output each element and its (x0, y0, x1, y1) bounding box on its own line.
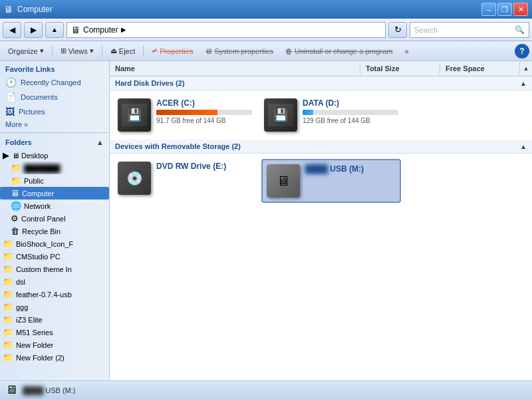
new-folder-2-label: New Folder (2) (16, 354, 65, 362)
dvd-drive-name: DVD RW Drive (E:) (156, 162, 252, 171)
col-header-total-size[interactable]: Total Size (360, 63, 440, 74)
tree-item-cmstudio[interactable]: 📁 CMStudio PC (0, 250, 109, 263)
scroll-arrow-up[interactable]: ▲ (520, 63, 532, 74)
tree-item-desktop[interactable]: ▶ 🖥 Desktop (0, 149, 109, 162)
new-folder-2-icon: 📁 (3, 352, 13, 362)
desktop-icon: ▶ (3, 150, 9, 160)
eject-button[interactable]: ⏏ Eject (105, 43, 140, 59)
tree-item-dsl[interactable]: 📁 dsl (0, 275, 109, 288)
more-label: More » (5, 120, 28, 128)
data-free-text: 129 GB free of 144 GB (303, 117, 398, 124)
properties-button[interactable]: ✔ Properties (146, 43, 198, 59)
dvd-drive-icon: 💿 (118, 162, 151, 195)
status-text: ████ USB (M:) (23, 386, 75, 394)
removable-section-header: Devices with Removable Storage (2) ▲ (110, 140, 532, 154)
tree-item-bioshock[interactable]: 📁 BioShock_Icon_F (0, 237, 109, 250)
drive-item-acer-c[interactable]: 💾 ACER (C:) 91.7 GB free of 144 GB (115, 96, 255, 134)
col-header-free-space[interactable]: Free Space (440, 63, 520, 74)
network-label: Network (24, 202, 51, 210)
data-progress-bar (303, 110, 398, 115)
sidebar-item-recently-changed[interactable]: 🕐 Recently Changed (0, 75, 109, 90)
acer-progress-bar (156, 110, 252, 115)
sidebar-item-documents[interactable]: 📄 Documents (0, 90, 109, 104)
views-label: Views (68, 47, 88, 55)
folders-collapse-icon[interactable]: ▲ (96, 138, 104, 146)
tree-item-recycle-bin[interactable]: 🗑 Recycle Bin (0, 225, 109, 237)
tree-item-network[interactable]: 🌐 Network (0, 200, 109, 212)
tree-item-new-folder-2[interactable]: 📁 New Folder (2) (0, 351, 109, 364)
tree-item-public[interactable]: 📁 Public (0, 174, 109, 187)
dsl-icon: 📁 (3, 277, 13, 287)
tree-item-custom-theme[interactable]: 📁 Custom theme In (0, 263, 109, 275)
drive-item-usb-m[interactable]: 🖥 ████ USB (M:) (261, 159, 401, 203)
public-label: Public (24, 177, 44, 185)
uninstall-icon: 🗑 (285, 47, 293, 55)
folders-header: Folders ▲ (0, 136, 109, 149)
search-icon: 🔍 (515, 25, 525, 35)
usb-icon: 🖥 (277, 174, 290, 189)
close-button[interactable]: ✕ (513, 3, 528, 16)
tree-item-m51series[interactable]: 📁 M51 Series (0, 326, 109, 338)
views-dropdown-icon: ▾ (90, 47, 94, 55)
properties-label: Properties (160, 47, 193, 55)
usb-drive-name: ████ USB (M:) (305, 164, 396, 174)
sidebar-item-pictures[interactable]: 🖼 Pictures (0, 104, 109, 119)
views-button[interactable]: ⊞ Views ▾ (55, 43, 99, 59)
more-link[interactable]: More » (0, 119, 109, 130)
ggg-icon: 📁 (3, 302, 13, 312)
system-properties-label: System properties (214, 47, 273, 55)
tree-item-new-folder[interactable]: 📁 New Folder (0, 338, 109, 351)
hard-disk-section-header: Hard Disk Drives (2) ▲ (110, 76, 532, 90)
usb-drive-info: ████ USB (M:) (305, 164, 396, 176)
toolbar-divider-2 (102, 45, 102, 57)
window-title: Computer (17, 5, 53, 14)
tree-item-user[interactable]: 📁 ███████ (0, 162, 109, 174)
acer-drive-icon: 💾 (118, 98, 151, 132)
hard-disk-collapse-icon[interactable]: ▲ (520, 80, 527, 87)
uninstall-button[interactable]: 🗑 Uninstall or change a program (280, 43, 398, 59)
properties-icon: ✔ (152, 47, 158, 55)
title-bar: 🖥 Computer – ❐ ✕ (0, 0, 532, 19)
status-icon: 🖥 (5, 383, 17, 397)
status-blurred: ████ (23, 386, 43, 394)
column-headers: Name Total Size Free Space ▲ (110, 61, 532, 76)
folders-label: Folders (5, 138, 32, 146)
tree-item-ggg[interactable]: 📁 ggg (0, 301, 109, 313)
back-button[interactable]: ◀ (3, 22, 21, 38)
tree-item-computer[interactable]: 🖥 Computer (0, 187, 109, 200)
organize-label: Organize (8, 47, 38, 55)
drive-item-dvd-e[interactable]: 💿 DVD RW Drive (E:) (115, 159, 255, 203)
usb-drive-icon: 🖥 (267, 164, 300, 198)
tree-item-iz3elite[interactable]: 📁 iZ3 Elite (0, 313, 109, 326)
col-header-name[interactable]: Name (110, 63, 360, 74)
window-controls: – ❐ ✕ (481, 3, 528, 16)
help-button[interactable]: ? (515, 44, 529, 59)
system-properties-icon: 🖥 (205, 47, 212, 55)
search-box[interactable]: Search 🔍 (410, 22, 529, 38)
network-icon: 🌐 (11, 201, 21, 211)
custom-theme-label: Custom theme In (16, 265, 72, 273)
tree-item-feather[interactable]: 📁 feather-0.7.4-usb (0, 288, 109, 301)
more-button[interactable]: » (399, 43, 414, 59)
computer-label: Computer (22, 190, 54, 198)
status-suffix: USB (M:) (45, 386, 75, 394)
acer-free-text: 91.7 GB free of 144 GB (156, 117, 252, 124)
minimize-button[interactable]: – (481, 3, 496, 16)
tree-item-control-panel[interactable]: ⚙ Control Panel (0, 212, 109, 225)
right-panel: Name Total Size Free Space ▲ Hard Disk D… (110, 61, 532, 380)
eject-label: Eject (119, 47, 135, 55)
address-bar: ◀ ▶ ▲ 🖥 Computer ▶ ↻ Search 🔍 (0, 19, 532, 41)
refresh-button[interactable]: ↻ (388, 22, 407, 38)
up-button[interactable]: ▲ (45, 22, 64, 38)
uninstall-label: Uninstall or change a program (295, 47, 392, 55)
data-drive-info: DATA (D:) 129 GB free of 144 GB (303, 98, 398, 124)
cmstudio-label: CMStudio PC (16, 253, 61, 261)
removable-collapse-icon[interactable]: ▲ (520, 143, 527, 150)
address-input[interactable]: 🖥 Computer ▶ (66, 22, 386, 38)
restore-button[interactable]: ❐ (497, 3, 512, 16)
eject-icon: ⏏ (110, 47, 117, 55)
drive-item-data-d[interactable]: 💾 DATA (D:) 129 GB free of 144 GB (261, 96, 401, 134)
forward-button[interactable]: ▶ (24, 22, 43, 38)
system-properties-button[interactable]: 🖥 System properties (200, 43, 279, 59)
organize-button[interactable]: Organize ▾ (3, 43, 49, 59)
